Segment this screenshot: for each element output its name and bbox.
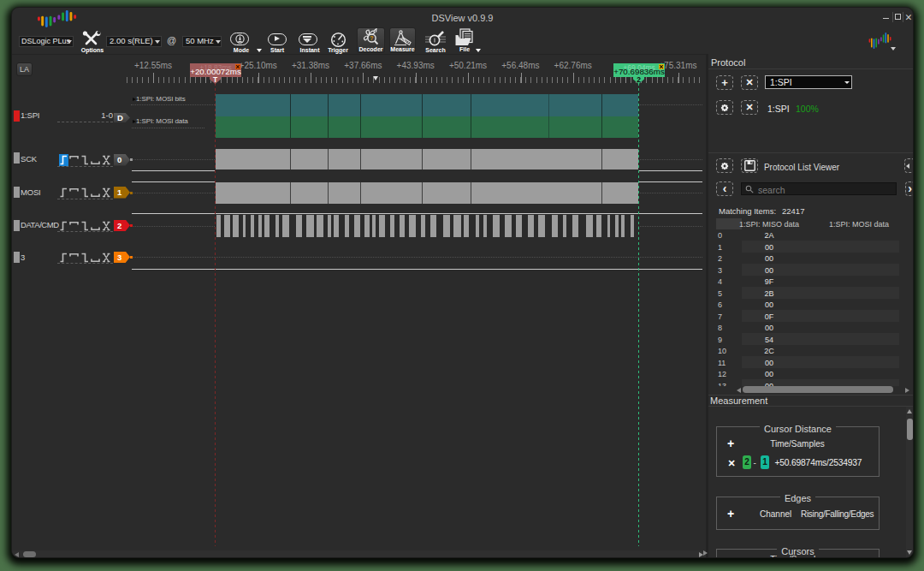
svg-text:?: ? [370, 35, 373, 41]
